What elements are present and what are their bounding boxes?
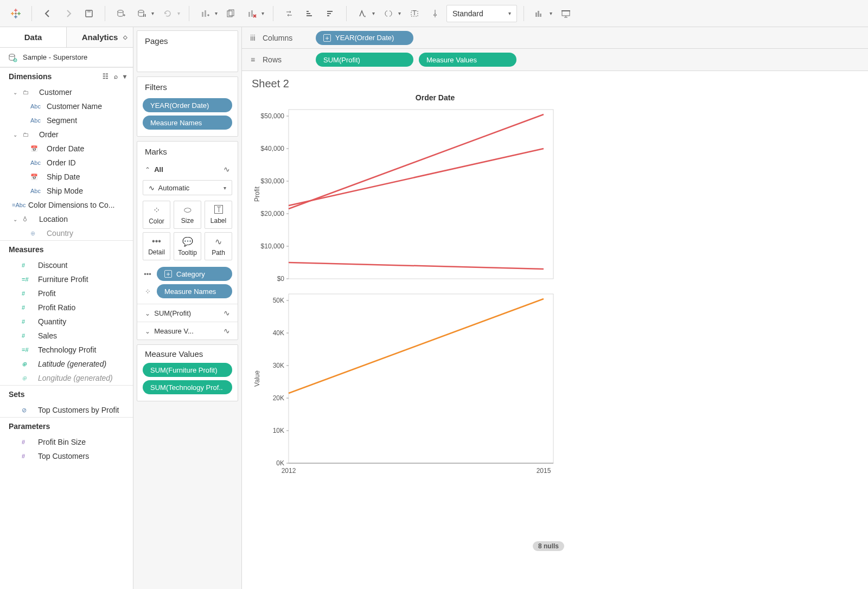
- measure-values-card[interactable]: Measure Values SUM(Furniture Profit) SUM…: [137, 344, 238, 401]
- svg-text:$20,000: $20,000: [261, 210, 285, 217]
- pages-card[interactable]: Pages: [137, 30, 238, 72]
- rows-shelf[interactable]: ≡Rows SUM(Profit) Measure Values: [242, 49, 868, 71]
- field-profit-bin-size[interactable]: #Profit Bin Size: [0, 435, 133, 449]
- nulls-badge[interactable]: 8 nulls: [533, 541, 564, 551]
- svg-rect-18: [202, 12, 203, 17]
- save-button[interactable]: [80, 4, 98, 23]
- field-latitude[interactable]: ⊕Latitude (generated): [0, 357, 133, 371]
- highlight-button[interactable]: [353, 4, 372, 23]
- field-discount[interactable]: #Discount: [0, 258, 133, 272]
- marks-measure-values-toggle[interactable]: ⌄ Measure V... ∿: [137, 322, 238, 340]
- mv-pill-furniture[interactable]: SUM(Furniture Profit): [143, 363, 232, 377]
- chart-svg[interactable]: $0$10,000$20,000$30,000$40,000$50,000Pro…: [251, 103, 598, 494]
- field-top-customers-set[interactable]: ⊘Top Customers by Profit: [0, 403, 133, 417]
- mark-label-button[interactable]: 🅃Label: [205, 201, 232, 229]
- field-ship-mode[interactable]: AbcShip Mode: [0, 184, 133, 198]
- svg-rect-11: [87, 10, 91, 12]
- chevron-down-icon: ⌄: [145, 310, 150, 317]
- dimensions-header: Dimensions: [9, 72, 52, 81]
- mark-pill-measure-names[interactable]: Measure Names: [157, 284, 232, 298]
- globe-icon: ⊕: [22, 361, 34, 368]
- parameters-header: Parameters: [9, 422, 50, 431]
- field-longitude[interactable]: ⊕Longitude (generated): [0, 371, 133, 385]
- field-group-order[interactable]: ⌄🗀Order: [0, 127, 133, 142]
- svg-point-15: [138, 10, 144, 12]
- sheet-title[interactable]: Sheet 2: [252, 78, 859, 90]
- tab-data[interactable]: Data: [0, 27, 66, 47]
- x-axis-title: Order Date: [283, 93, 587, 102]
- mark-path-button[interactable]: ∿Path: [205, 232, 232, 260]
- abc-icon: Abc: [30, 103, 42, 110]
- datasource-icon: [8, 53, 17, 62]
- field-sales[interactable]: #Sales: [0, 329, 133, 343]
- pause-datasource-button[interactable]: [132, 4, 151, 23]
- presentation-mode-button[interactable]: [557, 4, 575, 23]
- abc-icon: Abc: [30, 188, 42, 194]
- tableau-logo[interactable]: [7, 4, 25, 23]
- field-ship-date[interactable]: 📅Ship Date: [0, 170, 133, 184]
- forward-button[interactable]: [59, 4, 78, 23]
- field-group-location[interactable]: ⌄♁Location: [0, 212, 133, 226]
- new-worksheet-button[interactable]: [196, 4, 214, 23]
- field-order-date[interactable]: 📅Order Date: [0, 142, 133, 156]
- fit-selector[interactable]: Standard ▾: [446, 5, 517, 22]
- columns-shelf[interactable]: iiiColumns ＋YEAR(Order Date): [242, 27, 868, 49]
- tooltip-icon: 💬: [182, 236, 193, 247]
- tab-analytics[interactable]: Analytics◇: [66, 27, 133, 47]
- search-icon[interactable]: ⌕: [114, 73, 118, 80]
- row-pill-measure-values[interactable]: Measure Values: [419, 53, 516, 67]
- mv-pill-technology[interactable]: SUM(Technology Prof..: [143, 380, 232, 394]
- refresh-button[interactable]: [158, 4, 177, 23]
- field-profit-ratio[interactable]: #Profit Ratio: [0, 300, 133, 315]
- back-button[interactable]: [39, 4, 57, 23]
- mark-pill-category[interactable]: ＋Category: [157, 267, 232, 281]
- dropdown-icon[interactable]: ▾: [123, 73, 126, 80]
- mark-color-button[interactable]: ⁘Color: [143, 201, 170, 229]
- filters-card[interactable]: Filters YEAR(Order Date) Measure Names: [137, 76, 238, 137]
- duplicate-sheet-button[interactable]: [222, 4, 240, 23]
- filter-pill-measure-names[interactable]: Measure Names: [143, 116, 232, 130]
- field-color-dimensions[interactable]: =AbcColor Dimensions to Co...: [0, 198, 133, 212]
- marks-sum-profit-toggle[interactable]: ⌄ SUM(Profit) ∿: [137, 304, 238, 322]
- field-profit[interactable]: #Profit: [0, 286, 133, 300]
- datasource-row[interactable]: Sample - Superstore: [0, 48, 133, 67]
- field-quantity[interactable]: #Quantity: [0, 315, 133, 329]
- col-pill-year[interactable]: ＋YEAR(Order Date): [316, 31, 413, 45]
- field-country[interactable]: ⊕Country: [0, 226, 133, 240]
- svg-rect-33: [327, 15, 329, 16]
- mark-type-selector[interactable]: ∿ Automatic ▾: [143, 180, 232, 195]
- calc-number-icon: =#: [22, 347, 34, 353]
- chart[interactable]: Order Date $0$10,000$20,000$30,000$40,00…: [251, 93, 859, 494]
- swap-axes-button[interactable]: [280, 4, 298, 23]
- mark-size-button[interactable]: ⬭Size: [174, 201, 201, 229]
- svg-text:$0: $0: [277, 275, 285, 283]
- row-pill-sum-profit[interactable]: SUM(Profit): [316, 53, 413, 67]
- field-order-id[interactable]: AbcOrder ID: [0, 156, 133, 170]
- pin-button[interactable]: [426, 4, 444, 23]
- field-top-customers-param[interactable]: #Top Customers: [0, 449, 133, 463]
- svg-rect-36: [535, 12, 537, 17]
- mark-tooltip-button[interactable]: 💬Tooltip: [174, 232, 201, 260]
- svg-text:$30,000: $30,000: [261, 177, 285, 185]
- svg-rect-37: [538, 11, 539, 17]
- field-technology-profit[interactable]: =#Technology Profit: [0, 343, 133, 357]
- group-button[interactable]: [379, 4, 398, 23]
- show-me-button[interactable]: [531, 4, 549, 23]
- clear-sheet-button[interactable]: [242, 4, 261, 23]
- dropdown-icon[interactable]: ▾: [175, 10, 182, 16]
- date-icon: 📅: [30, 145, 42, 152]
- sort-desc-button[interactable]: [321, 4, 340, 23]
- svg-text:$50,000: $50,000: [261, 112, 285, 120]
- new-datasource-button[interactable]: [112, 4, 130, 23]
- sort-asc-button[interactable]: [301, 4, 319, 23]
- field-customer-name[interactable]: AbcCustomer Name: [0, 99, 133, 113]
- show-labels-button[interactable]: T: [405, 4, 424, 23]
- marks-all-toggle[interactable]: ⌃ All ∿: [137, 161, 238, 178]
- field-segment[interactable]: AbcSegment: [0, 113, 133, 127]
- abc-icon: Abc: [30, 159, 42, 166]
- field-group-customer[interactable]: ⌄🗀Customer: [0, 85, 133, 99]
- view-as-list-icon[interactable]: ☷: [103, 73, 108, 80]
- filter-pill-year[interactable]: YEAR(Order Date): [143, 98, 232, 112]
- field-furniture-profit[interactable]: =#Furniture Profit: [0, 272, 133, 286]
- mark-detail-button[interactable]: •••Detail: [143, 232, 170, 260]
